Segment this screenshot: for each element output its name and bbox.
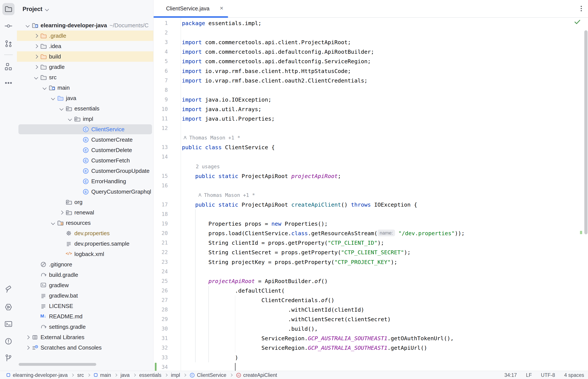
close-icon[interactable]: × xyxy=(220,0,223,16)
breadcrumb-src[interactable]: src xyxy=(77,372,84,378)
more-icon[interactable] xyxy=(4,78,13,88)
code-line-24[interactable]: 24 xyxy=(153,267,588,276)
line-number[interactable]: 25 xyxy=(153,276,168,286)
line-number[interactable]: 14 xyxy=(153,152,168,161)
editor-options-kebab-icon[interactable] xyxy=(581,5,582,12)
tree-item-querycustomergraphql[interactable]: CQueryCustomerGraphql xyxy=(17,187,153,197)
code-line-33[interactable]: 33 ) xyxy=(153,353,588,362)
inlay-usages[interactable]: 2 usages xyxy=(153,162,588,171)
tree-item-customercreate[interactable]: CCustomerCreate xyxy=(17,134,153,145)
code-line-14[interactable]: 14 xyxy=(153,152,588,161)
project-folder-icon[interactable] xyxy=(4,4,13,14)
tree-item-essentials[interactable]: essentials xyxy=(17,103,153,114)
code-line-15[interactable]: 15 public static ProjectApiRoot projectA… xyxy=(153,171,588,181)
code-line-13[interactable]: 13public class ClientService { xyxy=(153,142,588,152)
tree-item--gitignore[interactable]: .gitignore xyxy=(17,259,153,270)
code-line-7[interactable]: 7import io.vrap.rmf.base.client.oauth2.C… xyxy=(153,76,588,85)
tree-item-main[interactable]: main xyxy=(17,82,153,93)
code-line-16[interactable]: 16 xyxy=(153,181,588,190)
breadcrumb-java[interactable]: java xyxy=(120,372,130,378)
line-number[interactable]: 1 xyxy=(153,18,168,28)
chevron-down-icon[interactable] xyxy=(68,117,72,121)
tree-item-external-libraries[interactable]: External Libraries xyxy=(17,332,153,342)
tree-item-dev-properties[interactable]: dev.properties xyxy=(17,228,153,238)
code-line-12[interactable]: 12 xyxy=(153,124,588,133)
version-control-icon[interactable] xyxy=(4,353,13,363)
editor-code-area[interactable]: 1package essentials.impl;23import com.co… xyxy=(153,18,588,371)
tree-item-build[interactable]: build xyxy=(17,51,153,62)
code-line-6[interactable]: 6import io.vrap.rmf.base.client.http.Htt… xyxy=(153,66,588,76)
tree-item-license[interactable]: LICENSE xyxy=(17,301,153,311)
chevron-right-icon[interactable] xyxy=(26,346,30,349)
line-number[interactable]: 20 xyxy=(153,228,168,238)
build-hammer-icon[interactable] xyxy=(4,284,13,294)
code-line-29[interactable]: 29 .withClientSecret(clientSecret) xyxy=(153,315,588,324)
caret-position-widget[interactable]: 34:17 xyxy=(504,372,517,378)
tree-item-build-gradle[interactable]: build.gradle xyxy=(17,270,153,280)
line-number[interactable]: 13 xyxy=(153,142,168,152)
tree-item-errorhandling[interactable]: CErrorHandling xyxy=(17,176,153,187)
breadcrumb-clientservice[interactable]: CClientService xyxy=(189,372,226,378)
tree-item-gradlew-bat[interactable]: gradlew.bat xyxy=(17,290,153,301)
line-number[interactable]: 2 xyxy=(153,28,168,37)
code-line-26[interactable]: 26 .defaultClient( xyxy=(153,286,588,295)
line-number[interactable]: 12 xyxy=(153,124,168,133)
chevron-down-icon[interactable] xyxy=(43,86,46,90)
tab-clientservice-java[interactable]: ClientService.java × xyxy=(153,0,228,17)
line-number[interactable]: 6 xyxy=(153,66,168,76)
line-number[interactable]: 21 xyxy=(153,238,168,248)
inlay-author[interactable]: Thomas Mason +1 * xyxy=(153,190,588,200)
chevron-right-icon[interactable] xyxy=(59,210,63,214)
code-line-9[interactable]: 9import java.io.IOException; xyxy=(153,95,588,104)
tree-item-gradlew[interactable]: gradlew xyxy=(17,280,153,290)
tree-item-logback-xml[interactable]: </>logback.xml xyxy=(17,249,153,259)
line-number[interactable]: 7 xyxy=(153,76,168,85)
tree-item-customergroupupdate[interactable]: CCustomerGroupUpdate xyxy=(17,166,153,176)
line-number[interactable]: 34 xyxy=(153,362,168,371)
line-number[interactable]: 32 xyxy=(153,343,168,353)
code-line-23[interactable]: 23 String projectKey = props.getProperty… xyxy=(153,257,588,267)
terminal-icon[interactable] xyxy=(4,319,13,329)
chevron-down-icon[interactable] xyxy=(26,23,30,27)
inlay-author[interactable]: Thomas Mason +1 * xyxy=(153,133,588,142)
breadcrumb-impl[interactable]: impl xyxy=(171,372,180,378)
line-number[interactable]: 8 xyxy=(153,85,168,95)
chevron-down-icon[interactable] xyxy=(34,75,38,79)
code-line-17[interactable]: 17 public static ProjectApiRoot createAp… xyxy=(153,200,588,209)
tree-item-elearning-developer-java[interactable]: elearning-developer-java~/Documents/C xyxy=(17,20,153,31)
tree-item-org[interactable]: org xyxy=(17,197,153,207)
project-horizontal-scrollbar[interactable] xyxy=(19,363,96,366)
tree-item-java[interactable]: java xyxy=(17,93,153,103)
code-line-25[interactable]: 25 projectApiRoot = ApiRootBuilder.of() xyxy=(153,276,588,286)
tree-item-renewal[interactable]: renewal xyxy=(17,207,153,218)
line-ending-widget[interactable]: LF xyxy=(526,372,532,378)
structure-icon[interactable] xyxy=(4,62,13,71)
tree-item--idea[interactable]: .idea xyxy=(17,41,153,51)
line-number[interactable]: 30 xyxy=(153,324,168,333)
pull-requests-icon[interactable] xyxy=(4,39,13,48)
project-panel-header[interactable]: Project xyxy=(23,0,48,18)
line-number[interactable]: 18 xyxy=(153,209,168,219)
breadcrumb-main[interactable]: main xyxy=(93,372,111,378)
line-number[interactable]: 31 xyxy=(153,333,168,343)
code-line-20[interactable]: 20 props.load(ClientService.class.getRes… xyxy=(153,228,588,238)
code-line-32[interactable]: 32 ServiceRegion.GCP_AUSTRALIA_SOUTHEAST… xyxy=(153,343,588,353)
line-number[interactable]: 15 xyxy=(153,171,168,181)
code-line-5[interactable]: 5import com.commercetools.api.defaultcon… xyxy=(153,57,588,66)
run-icon[interactable] xyxy=(4,302,13,312)
code-line-19[interactable]: 19 Properties props = new Properties(); xyxy=(153,219,588,228)
chevron-down-icon[interactable] xyxy=(51,221,55,225)
line-number[interactable]: 17 xyxy=(153,200,168,209)
line-number[interactable]: 11 xyxy=(153,114,168,124)
tree-item-dev-properties-sample[interactable]: dev.properties.sample xyxy=(17,238,153,249)
line-number[interactable]: 16 xyxy=(153,181,168,190)
breadcrumb-elearning-developer-java[interactable]: elearning-developer-java xyxy=(6,372,68,378)
code-line-3[interactable]: 3import com.commercetools.api.client.Pro… xyxy=(153,37,588,47)
chevron-right-icon[interactable] xyxy=(26,335,30,339)
line-number[interactable]: 22 xyxy=(153,248,168,257)
tree-item-readme-md[interactable]: M↓README.md xyxy=(17,311,153,322)
tree-item-resources[interactable]: resources xyxy=(17,218,153,228)
line-number[interactable]: 24 xyxy=(153,267,168,276)
line-number[interactable]: 4 xyxy=(153,47,168,57)
line-number[interactable]: 29 xyxy=(153,315,168,324)
